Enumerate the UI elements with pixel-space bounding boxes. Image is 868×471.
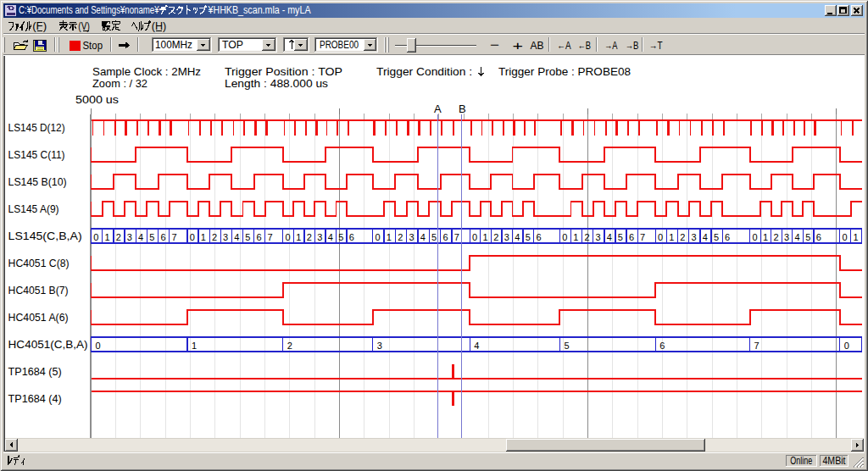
svg-text:+: +: [513, 38, 524, 53]
svg-text:→A: →A: [604, 39, 618, 52]
svg-text:3: 3: [596, 232, 601, 242]
svg-text:1: 1: [854, 232, 859, 242]
svg-text:HC4051 A(6): HC4051 A(6): [8, 311, 69, 324]
svg-text:6: 6: [256, 232, 261, 242]
svg-text:7: 7: [172, 232, 177, 242]
svg-text:5: 5: [338, 232, 343, 242]
svg-text:5: 5: [149, 232, 154, 242]
svg-text:¥HHKB_scan.mla - myLA: ¥HHKB_scan.mla - myLA: [208, 4, 311, 16]
svg-text:0: 0: [658, 232, 663, 242]
svg-text:LS145 B(10): LS145 B(10): [8, 175, 67, 188]
svg-text:4: 4: [795, 232, 800, 242]
svg-text:0: 0: [472, 232, 477, 242]
svg-text:3: 3: [317, 232, 322, 242]
svg-text:5000 us: 5000 us: [75, 93, 120, 106]
svg-text:←B: ←B: [578, 39, 592, 52]
svg-text:2: 2: [680, 232, 685, 242]
svg-text:100MHz: 100MHz: [155, 38, 192, 51]
svg-text:2: 2: [584, 232, 589, 242]
svg-text:−: −: [490, 37, 499, 52]
svg-text:2: 2: [287, 341, 292, 351]
svg-text:1: 1: [201, 232, 206, 242]
svg-text:3: 3: [504, 232, 509, 242]
svg-text:HC4051(C,B,A): HC4051(C,B,A): [8, 338, 88, 351]
svg-text:3: 3: [377, 341, 382, 351]
svg-text:0: 0: [286, 232, 291, 242]
svg-text:TP1684 (4): TP1684 (4): [8, 392, 62, 405]
svg-text:B: B: [459, 103, 466, 115]
svg-text:1: 1: [104, 232, 109, 242]
svg-text:Trigger Probe : PROBE08: Trigger Probe : PROBE08: [498, 65, 631, 78]
svg-text:HC4051 C(8): HC4051 C(8): [8, 257, 70, 269]
svg-text:6: 6: [536, 232, 541, 242]
svg-text:A: A: [434, 103, 442, 115]
svg-text:Zoom : / 32: Zoom : / 32: [92, 77, 147, 90]
svg-text:TOP: TOP: [222, 38, 243, 51]
svg-text:→T: →T: [649, 39, 663, 52]
svg-text:LS145(C,B,A): LS145(C,B,A): [8, 230, 82, 242]
svg-text:4: 4: [138, 232, 143, 242]
svg-text:2: 2: [116, 232, 121, 242]
svg-text:3: 3: [223, 232, 228, 242]
svg-text:4: 4: [703, 232, 708, 242]
svg-text:HC4051 B(7): HC4051 B(7): [8, 284, 69, 296]
svg-text:4: 4: [515, 232, 520, 242]
svg-text:AB: AB: [531, 39, 544, 52]
svg-text:(H): (H): [152, 20, 167, 32]
svg-text:2: 2: [212, 232, 217, 242]
svg-text:0: 0: [844, 341, 849, 351]
svg-text:4: 4: [607, 232, 612, 242]
svg-text:2: 2: [398, 232, 403, 242]
svg-text:5: 5: [618, 232, 623, 242]
svg-text:7: 7: [268, 232, 273, 242]
svg-text:Trigger Condition :: Trigger Condition :: [376, 65, 472, 78]
svg-text:2: 2: [493, 232, 498, 242]
svg-text:5: 5: [431, 232, 437, 242]
svg-text:TP1684 (5): TP1684 (5): [8, 365, 62, 378]
svg-text:0: 0: [96, 341, 101, 351]
svg-text:7: 7: [754, 341, 760, 351]
svg-text:0: 0: [376, 232, 381, 242]
svg-text:0: 0: [93, 232, 98, 242]
svg-text:Trigger Position : TOP: Trigger Position : TOP: [225, 65, 342, 78]
svg-text:1: 1: [387, 232, 392, 242]
svg-text:1: 1: [483, 232, 488, 242]
svg-text:4: 4: [474, 341, 479, 351]
svg-text:Online: Online: [790, 455, 812, 467]
svg-text:6: 6: [349, 232, 354, 242]
svg-text:1: 1: [192, 341, 197, 351]
svg-text:6: 6: [160, 232, 165, 242]
svg-text:5: 5: [526, 232, 531, 242]
svg-text:6: 6: [629, 232, 634, 242]
svg-text:1: 1: [573, 232, 578, 242]
svg-text:4MBit: 4MBit: [823, 455, 847, 467]
svg-text:5: 5: [714, 232, 719, 242]
svg-text:(V): (V): [78, 20, 90, 32]
svg-text:3: 3: [692, 232, 697, 242]
svg-text:1: 1: [296, 232, 301, 242]
svg-text:2: 2: [307, 232, 312, 242]
svg-text:PROBE00: PROBE00: [320, 39, 359, 51]
svg-text:7: 7: [454, 232, 459, 242]
svg-text:6: 6: [659, 341, 665, 351]
svg-text:→B: →B: [626, 39, 639, 52]
svg-text:2: 2: [774, 232, 779, 242]
svg-text:(F): (F): [32, 20, 47, 32]
svg-text:1: 1: [669, 232, 674, 242]
svg-text:LS145 D(12): LS145 D(12): [8, 121, 65, 134]
svg-text:3: 3: [409, 232, 414, 242]
svg-text:3: 3: [127, 232, 132, 242]
svg-text:Sample Clock : 2MHz: Sample Clock : 2MHz: [92, 65, 201, 78]
svg-text:6: 6: [442, 232, 448, 242]
svg-text:0: 0: [752, 232, 757, 242]
svg-text:5: 5: [564, 341, 569, 351]
svg-text:Length : 488.000 us: Length : 488.000 us: [225, 77, 329, 90]
svg-text:Stop: Stop: [83, 39, 103, 52]
svg-text:0: 0: [843, 232, 848, 242]
svg-text:4: 4: [328, 232, 333, 242]
svg-text:3: 3: [784, 232, 789, 242]
svg-text:0: 0: [190, 232, 195, 242]
svg-text:LS145 C(11): LS145 C(11): [8, 148, 65, 161]
svg-text:C:¥Documents and Settings¥nona: C:¥Documents and Settings¥noname¥: [19, 4, 159, 16]
svg-text:5: 5: [805, 232, 810, 242]
